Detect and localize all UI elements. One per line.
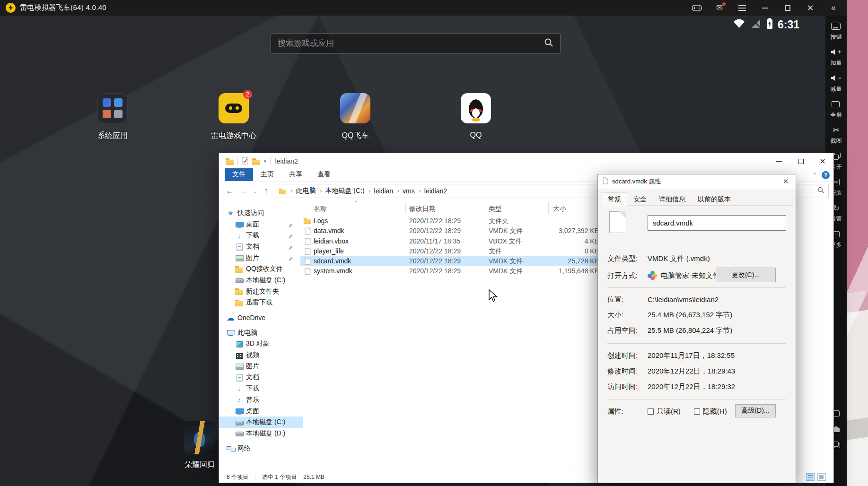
tool-label: 全屏 — [831, 111, 842, 119]
explorer-maximize-button[interactable] — [790, 153, 812, 169]
nav-item[interactable]: 此电脑 — [219, 327, 303, 338]
properties-qat-icon[interactable] — [242, 157, 248, 166]
nav-item[interactable]: 视频 — [219, 349, 303, 361]
folder-icon — [235, 299, 243, 306]
history-caret-icon[interactable]: ⌄ — [253, 189, 257, 194]
selection-count: 选中 1 个项目 — [262, 473, 297, 481]
details-view-button[interactable] — [806, 473, 815, 481]
open-with-label: 打开方式: — [607, 271, 648, 280]
thumbnails-view-button[interactable] — [817, 473, 826, 481]
nav-item[interactable]: 图片 — [219, 252, 303, 264]
folder-icon — [235, 288, 243, 295]
ribbon-tab[interactable]: 共享 — [281, 168, 310, 181]
nav-item[interactable]: 本地磁盘 (C:) — [219, 275, 303, 286]
attributes-label: 属性: — [607, 407, 648, 416]
forward-arrow-icon[interactable]: → — [239, 186, 249, 196]
nav-item[interactable]: OneDrive — [219, 312, 303, 323]
breadcrumb-segment[interactable]: › leidian2 — [416, 187, 447, 195]
nav-item[interactable]: 音乐 — [219, 394, 303, 406]
nav-item[interactable]: 文档 — [219, 241, 303, 252]
hidden-checkbox[interactable]: 隐藏(H) — [694, 407, 727, 416]
nav-item[interactable]: 文档 — [219, 372, 303, 383]
explorer-close-button[interactable]: ✕ — [812, 153, 833, 169]
dialog-tab[interactable]: 常规 — [602, 192, 627, 207]
explorer-search-icon[interactable] — [817, 187, 824, 195]
dialog-body: 文件类型: VMDK 文件 (.vmdk) 打开方式: 电脑管家-未知文件打开 … — [598, 206, 796, 483]
breadcrumb-segment[interactable]: › 此电脑 — [287, 187, 316, 195]
breadcrumb-segment[interactable]: › 本地磁盘 (C:) — [316, 187, 364, 195]
created-label: 创建时间: — [607, 351, 648, 360]
column-header-date[interactable]: 修改日期 — [409, 205, 436, 213]
pin-icon — [288, 255, 293, 263]
filename-input[interactable] — [648, 215, 786, 231]
explorer-minimize-button[interactable] — [768, 153, 790, 169]
sidebar-tool[interactable]: + 加量 — [825, 47, 847, 73]
maximize-button[interactable] — [782, 4, 793, 12]
nav-item[interactable]: 图片 — [219, 361, 303, 372]
gamepad-icon[interactable] — [692, 4, 702, 12]
screenshot-icon: ✂ — [831, 125, 842, 135]
sidebar-tool[interactable]: ✂ 截图 — [825, 125, 847, 151]
desktop-app[interactable]: 系统应用 — [82, 93, 143, 141]
new-folder-qat-icon[interactable] — [252, 158, 260, 165]
nav-item[interactable]: 新建文件夹 — [219, 286, 303, 297]
search-bar[interactable] — [271, 33, 561, 54]
dialog-close-button[interactable]: ✕ — [776, 174, 796, 189]
minimize-button[interactable] — [760, 4, 770, 12]
up-arrow-icon[interactable]: ↑ — [261, 186, 271, 196]
ribbon-tab[interactable]: 查看 — [310, 168, 338, 181]
tool-label: 按键 — [831, 33, 842, 41]
nav-item[interactable]: 本地磁盘 (D:) — [219, 428, 303, 439]
readonly-checkbox[interactable]: 只读(R) — [648, 407, 681, 416]
column-header-type[interactable]: 类型 — [489, 205, 502, 213]
quick-access-toolbar: ▾ — [226, 157, 271, 166]
desktop-app[interactable]: QQ飞车 — [325, 93, 386, 141]
nav-item[interactable]: 网络 — [219, 443, 303, 454]
music-icon — [235, 396, 243, 403]
nav-item[interactable] — [219, 323, 303, 327]
nav-item[interactable]: 快速访问 — [219, 208, 303, 219]
nav-item[interactable]: QQ接收文件 — [219, 263, 303, 275]
sort-ascending-icon: ⌃ — [354, 200, 358, 205]
advanced-button[interactable]: 高级(D)... — [735, 404, 776, 417]
desktop-app[interactable]: QQ — [446, 93, 506, 141]
back-arrow-icon[interactable]: ← — [225, 186, 235, 196]
collapse-sidebar-icon[interactable]: « — [828, 4, 838, 12]
breadcrumb-segment[interactable]: › leidian — [366, 187, 393, 195]
monitor-icon — [235, 221, 243, 228]
messages-icon[interactable]: ✉ — [714, 4, 725, 12]
location-value: C:\leidian\vms\leidian2 — [648, 295, 719, 304]
nav-item[interactable]: 下载 — [219, 230, 303, 241]
nav-item[interactable]: 迅雷下载 — [219, 297, 303, 309]
help-icon[interactable]: ? — [822, 171, 830, 179]
monitor-icon — [235, 408, 243, 415]
ribbon-tab[interactable]: 文件 — [225, 168, 253, 181]
close-button[interactable]: ✕ — [805, 4, 815, 12]
column-header-size[interactable]: 大小 — [553, 205, 566, 213]
size-on-disk-label: 占用空间: — [607, 326, 648, 335]
nav-item[interactable]: 桌面 — [219, 219, 303, 230]
breadcrumb-segment[interactable]: › vms — [394, 187, 415, 195]
menu-icon[interactable] — [737, 4, 747, 12]
ribbon-tab[interactable]: 主页 — [253, 168, 281, 181]
nav-item[interactable]: 桌面 — [219, 406, 303, 417]
nav-item[interactable]: 下载 — [219, 383, 303, 394]
desktop-app[interactable]: 2 雷电游戏中心 — [203, 93, 264, 141]
nav-item[interactable]: 3D 对象 — [219, 338, 303, 350]
nav-item[interactable]: 本地磁盘 (C:) — [219, 417, 303, 428]
column-header-name[interactable]: 名称 — [314, 205, 327, 213]
sidebar-tool[interactable]: 全屏 — [825, 99, 847, 125]
sidebar-tool[interactable]: − 减量 — [825, 73, 847, 99]
nav-item[interactable] — [219, 308, 303, 312]
selection-size: 25.1 MB — [303, 474, 324, 480]
change-button[interactable]: 更改(C)... — [716, 268, 776, 282]
cloud-icon — [227, 314, 235, 321]
search-icon[interactable] — [544, 38, 553, 49]
ribbon-collapse-icon[interactable]: ⌃ — [813, 172, 817, 178]
qat-customize-icon[interactable]: ▾ — [264, 159, 266, 164]
search-input[interactable] — [278, 39, 544, 48]
sidebar-tool[interactable]: 按键 — [825, 21, 847, 47]
screen: 雷电模拟器飞车(64) 4.0.40 ✉ ✕ « — [0, 0, 868, 486]
nav-item[interactable] — [219, 439, 303, 443]
gamecenter-icon: 2 — [219, 93, 249, 123]
